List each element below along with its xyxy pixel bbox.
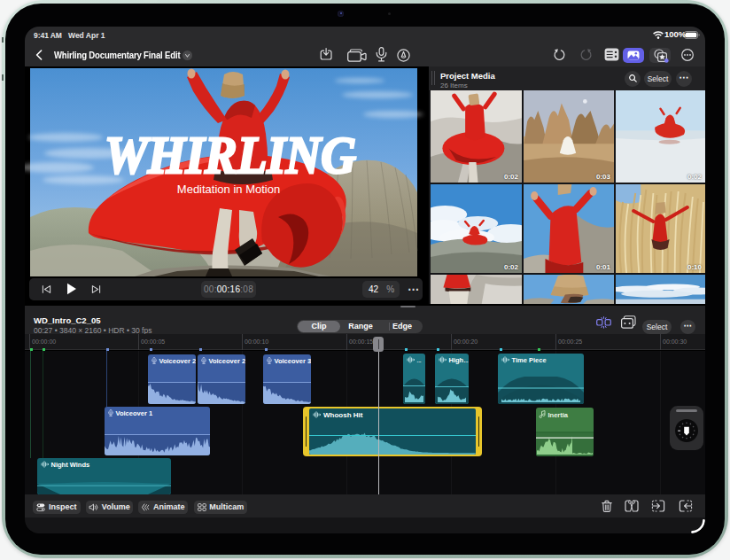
svg-text:WHIRLING: WHIRLING <box>105 126 356 184</box>
svg-text:Meditation in Motion: Meditation in Motion <box>177 183 280 196</box>
